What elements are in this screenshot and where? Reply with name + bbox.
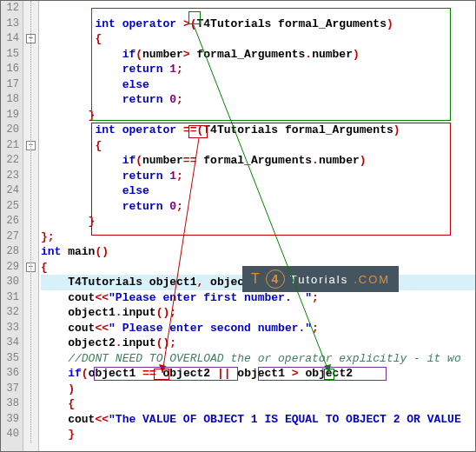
code-line[interactable]: return 1; (41, 62, 475, 77)
code-line[interactable]: T4Tutorials object1, object2; (41, 275, 475, 290)
code-line[interactable]: { (41, 138, 475, 154)
line-number: 16 (1, 62, 23, 77)
line-number: 32 (1, 305, 23, 321)
line-number: 34 (1, 336, 23, 351)
line-number: 25 (1, 199, 23, 215)
code-line[interactable]: return 0; (41, 92, 475, 108)
line-number: 14 (1, 31, 23, 47)
code-line[interactable]: if(number== formal_Arguments.number) (41, 153, 475, 169)
line-number-gutter: 1213141516171819202122232425262728293031… (1, 1, 23, 451)
code-line[interactable]: } (41, 108, 475, 123)
code-line[interactable]: object1.input(); (41, 305, 475, 321)
code-line[interactable]: return 1; (41, 169, 475, 184)
code-line[interactable]: //DONT NEED TO OVERLOAD the or operator … (41, 351, 475, 367)
line-number: 39 (1, 412, 23, 428)
line-number: 24 (1, 183, 23, 199)
code-line[interactable]: cout<<" Please enter second number."; (41, 321, 475, 336)
line-number: 30 (1, 275, 23, 290)
code-line[interactable]: cout<<"The VALUE OF OBJECT 1 IS EQUAL TO… (41, 412, 475, 428)
code-editor: 1213141516171819202122232425262728293031… (1, 1, 475, 451)
code-line[interactable]: else (41, 183, 475, 199)
line-number: 28 (1, 244, 23, 260)
code-line[interactable] (41, 1, 475, 17)
code-line[interactable]: cout<<"Please enter first number. "; (41, 290, 475, 306)
line-number: 35 (1, 351, 23, 367)
line-number: 38 (1, 396, 23, 412)
line-number: 13 (1, 17, 23, 32)
line-number: 27 (1, 229, 23, 245)
fold-column[interactable]: −−− (23, 1, 39, 451)
code-line[interactable]: int operator ==(T4Tutorials formal_Argum… (41, 123, 475, 138)
line-number: 19 (1, 108, 23, 123)
code-line[interactable]: int operator >(T4Tutorials formal_Argume… (41, 17, 475, 32)
line-number: 29 (1, 260, 23, 276)
code-line[interactable]: int main() (41, 244, 475, 260)
code-line[interactable]: { (41, 31, 475, 47)
code-line[interactable]: object2.input(); (41, 336, 475, 351)
code-line[interactable]: } (41, 214, 475, 229)
code-line[interactable]: if(object1 == object2 || object1 > objec… (41, 366, 475, 382)
line-number: 37 (1, 382, 23, 397)
line-number: 40 (1, 427, 23, 442)
line-number: 15 (1, 47, 23, 63)
code-line[interactable]: return 0; (41, 199, 475, 215)
code-line[interactable]: { (41, 260, 475, 276)
code-line[interactable]: ) (41, 382, 475, 397)
line-number: 22 (1, 153, 23, 169)
code-line[interactable]: if(number> formal_Arguments.number) (41, 47, 475, 63)
line-number: 36 (1, 366, 23, 382)
line-number: 33 (1, 321, 23, 336)
line-number: 18 (1, 92, 23, 108)
line-number: 31 (1, 290, 23, 306)
code-line[interactable]: { (41, 396, 475, 412)
line-number: 12 (1, 1, 23, 17)
line-number: 17 (1, 77, 23, 93)
line-number: 20 (1, 123, 23, 138)
line-number: 23 (1, 169, 23, 184)
line-number: 26 (1, 214, 23, 229)
code-area[interactable]: int operator >(T4Tutorials formal_Argume… (39, 1, 475, 451)
code-line[interactable]: else (41, 77, 475, 93)
code-line[interactable]: }; (41, 229, 475, 245)
line-number: 21 (1, 138, 23, 154)
code-line[interactable]: } (41, 427, 475, 442)
